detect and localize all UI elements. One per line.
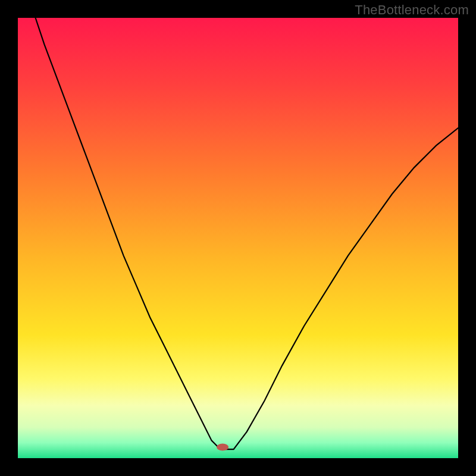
optimum-marker <box>217 444 228 451</box>
watermark-text: TheBottleneck.com <box>355 2 469 18</box>
gradient-background <box>18 18 458 458</box>
plot-area <box>18 18 458 458</box>
chart-frame: TheBottleneck.com <box>0 0 476 476</box>
chart-svg <box>18 18 458 458</box>
